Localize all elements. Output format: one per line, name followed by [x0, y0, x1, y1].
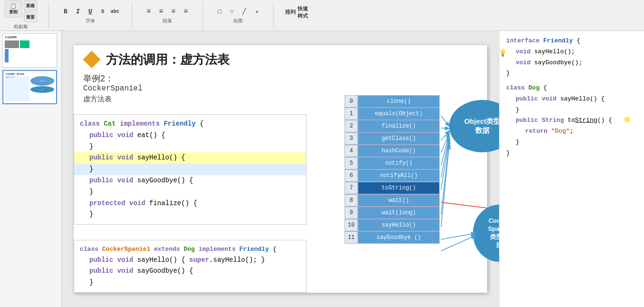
reset-button[interactable]: 重置: [24, 12, 37, 22]
slide-area: 方法的调用：虚方法表 举例2： CockerSpaniel 虚方法表 class…: [62, 31, 499, 307]
main-layout: 方法的调用 ... 方法的调用：虚方法表 class Cat...: [0, 31, 644, 307]
cocker-line1: class CockerSpaniel extends Dog implemen…: [80, 244, 300, 255]
vmt-method-7: toString(): [358, 182, 440, 194]
vmt-method-3: getClass(): [358, 132, 440, 145]
align-left-button[interactable]: ≡: [144, 6, 154, 17]
vmt-index-9: 9: [345, 207, 358, 219]
paragraph-section: ≡ ≡ ≡ ≡ 段落: [144, 6, 191, 24]
cursor-marker: [625, 117, 630, 122]
toolbar: 📋复制 新建 重置 粘贴板 B I U S abc 字体 ≡ ≡ ≡ ≡ 段落: [0, 0, 644, 31]
cat-line6: public void sayGoodbye() {: [80, 175, 300, 187]
arrange-button[interactable]: 排列: [285, 7, 296, 18]
slide-subtitle: 举例2：: [83, 73, 114, 84]
svg-line-0: [441, 116, 449, 126]
right-panel: interface Friendly { 💡 void sayHello(); …: [499, 31, 644, 307]
new-slide-button[interactable]: 新建: [24, 0, 37, 11]
diamond-icon: [83, 51, 100, 68]
vmt-method-4: hashCode(): [358, 145, 440, 157]
line-button[interactable]: ╱: [239, 6, 250, 17]
draw-icons: □ ○ ╱ ↗: [214, 6, 262, 17]
align-center-button[interactable]: ≡: [156, 6, 166, 17]
cat-line1: class Cat implements Friendly {: [80, 119, 300, 130]
vmt-row-8: 8wait(): [345, 194, 440, 207]
oval-button[interactable]: ○: [227, 6, 237, 17]
para-label: 段落: [163, 18, 172, 24]
dog-class-close: }: [506, 148, 637, 159]
vmt-row-11: 11sayGoodbye (): [345, 231, 440, 244]
copy-button[interactable]: 📋复制: [5, 0, 22, 18]
svg-line-8: [441, 143, 449, 215]
cat-highlight-line: public void sayHello() {: [74, 152, 306, 164]
vmt-row-0: 0clone(): [345, 95, 440, 108]
vmt-method-9: wait(long): [358, 207, 440, 219]
cocker-oval: CockerSpaniel类型数据: [473, 205, 499, 262]
cocker-line2: public void sayHello() { super.sayHello(…: [80, 255, 300, 266]
dog-return-line: return "Dog";: [506, 126, 637, 137]
vmt-row-5: 5notify(): [345, 157, 440, 169]
cat-line7: }: [80, 187, 300, 198]
arrow-button[interactable]: ↗: [251, 6, 262, 17]
svg-line-1: [441, 128, 449, 129]
vmt-method-8: wait(): [358, 194, 440, 207]
vmt-method-0: clone(): [358, 95, 440, 108]
vmt-row-7: 7toString(): [345, 182, 440, 194]
slide-thumb-1[interactable]: 方法的调用 ...: [2, 33, 57, 68]
cocker-oval-label: CockerSpaniel类型数据: [488, 217, 499, 249]
font-label: 字体: [86, 18, 95, 24]
vmt-index-7: 7: [345, 182, 358, 194]
align-right-button[interactable]: ≡: [168, 6, 179, 17]
vmt-method-1: equals(Object): [358, 108, 440, 120]
vmt-table: 0clone()1equals(Object)2finalize()3getCl…: [345, 95, 440, 244]
slide-title: 方法的调用：虚方法表: [106, 51, 230, 68]
strikethrough-button[interactable]: S: [97, 6, 108, 17]
vmt-label: 虚方法表: [83, 95, 112, 104]
font-section: B I U S abc 字体: [60, 6, 120, 24]
underline-button[interactable]: U: [85, 6, 96, 17]
subtitle-text: 举例2：: [83, 74, 114, 83]
vmt-index-5: 5: [345, 157, 358, 169]
vmt-index-8: 8: [345, 194, 358, 207]
svg-line-10: [441, 233, 475, 239]
saygoodbye-line: void sayGoodbye();: [506, 58, 637, 69]
divider-1: [48, 2, 49, 29]
vmt-method-10: sayHello(): [358, 219, 440, 231]
vmt-row-9: 9wait(long): [345, 207, 440, 219]
vmt-index-10: 10: [345, 219, 358, 231]
dog-sayhello-open: public void sayHello() {: [506, 94, 637, 105]
cat-line8: protected void finalize() {: [80, 198, 300, 209]
subscript-button[interactable]: abc: [110, 6, 120, 17]
format-buttons: B I U S abc: [60, 6, 120, 17]
vmt-row-6: 6notifyAll(): [345, 169, 440, 182]
sayhello-line: 💡 void sayHello();: [506, 47, 637, 58]
quick-style-button[interactable]: 快速样式: [298, 7, 308, 18]
vmt-row-1: 1equals(Object): [345, 108, 440, 120]
cat-brace-line: }: [74, 164, 306, 175]
slide-panel[interactable]: 方法的调用 ... 方法的调用：虚方法表 class Cat...: [0, 31, 62, 307]
cat-line2: public void eat() {: [80, 130, 300, 141]
justify-button[interactable]: ≡: [181, 6, 191, 17]
vmt-row-10: 10sayHello(): [345, 219, 440, 231]
vmt-method-2: finalize(): [358, 120, 440, 132]
draw-section: □ ○ ╱ ↗ 绘图: [214, 6, 262, 24]
vmt-row-3: 3getClass(): [345, 132, 440, 145]
object-label: Object类型数据: [464, 117, 499, 135]
vmt-method-11: sayGoodbye (): [358, 231, 440, 244]
dog-tostring-open: public String toString() {: [506, 115, 637, 126]
bold-button[interactable]: B: [60, 6, 71, 17]
vmt-index-6: 6: [345, 169, 358, 182]
interface-line: interface Friendly {: [506, 36, 637, 47]
svg-line-4: [441, 135, 449, 165]
cat-code-panel: class Cat implements Friendly { public v…: [74, 114, 307, 225]
paste-label: 粘贴板: [14, 23, 28, 30]
vmt-row-4: 4hashCode(): [345, 145, 440, 157]
arrange-section: 排列 快速样式: [285, 7, 308, 24]
paste-icons: 📋复制 新建 重置: [5, 0, 37, 22]
shape-button[interactable]: □: [214, 6, 225, 17]
divider-2: [132, 2, 132, 29]
slide-canvas: 方法的调用：虚方法表 举例2： CockerSpaniel 虚方法表 class…: [74, 45, 487, 293]
paragraph-icons: ≡ ≡ ≡ ≡: [144, 6, 191, 17]
cat-line9: }: [80, 209, 300, 220]
slide-thumb-2[interactable]: 方法的调用：虚方法表 class Cat... Object CS: [2, 70, 57, 104]
cat-line3: }: [80, 141, 300, 153]
italic-button[interactable]: I: [73, 6, 83, 17]
